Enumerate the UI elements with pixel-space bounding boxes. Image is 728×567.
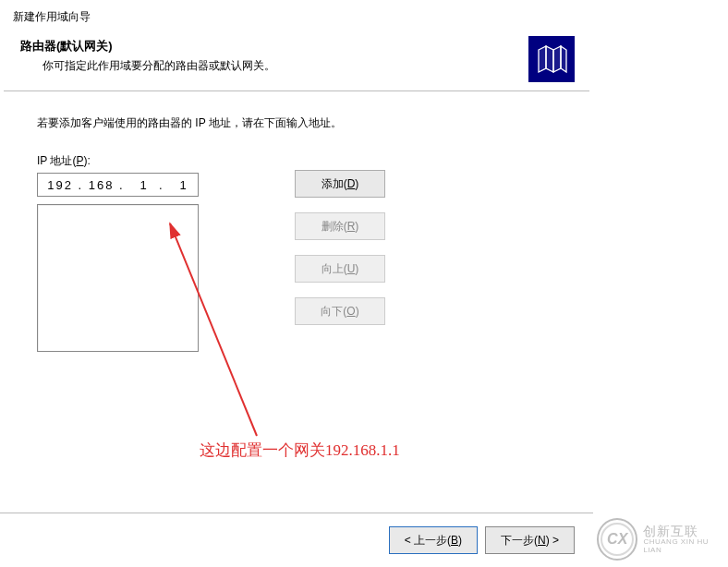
header-subtitle: 你可指定此作用域要分配的路由器或默认网关。 — [20, 54, 510, 74]
content-area: 若要添加客户端使用的路由器的 IP 地址，请在下面输入地址。 IP 地址(P):… — [0, 91, 593, 352]
ip-listbox[interactable] — [37, 204, 199, 352]
down-button: 向下(O) — [295, 297, 385, 325]
wizard-footer: < 上一步(B) 下一步(N) > — [0, 513, 593, 554]
annotation-text: 这边配置一个网关192.168.1.1 — [200, 440, 400, 461]
watermark-cn: 创新互联 — [643, 525, 726, 538]
watermark: CX 创新互联 CHUANG XIN HU LIAN — [597, 513, 726, 565]
next-button[interactable]: 下一步(N) > — [485, 526, 575, 554]
watermark-logo-icon: CX — [597, 518, 637, 561]
wizard-dialog: 新建作用域向导 路由器(默认网关) 你可指定此作用域要分配的路由器或默认网关。 … — [0, 0, 593, 567]
books-icon — [528, 36, 575, 82]
add-button[interactable]: 添加(D) — [295, 170, 385, 198]
ip-address-label: IP 地址(P): — [37, 153, 199, 169]
ip-address-input[interactable] — [37, 173, 199, 197]
wizard-header: 路由器(默认网关) 你可指定此作用域要分配的路由器或默认网关。 — [0, 25, 593, 90]
instruction-text: 若要添加客户端使用的路由器的 IP 地址，请在下面输入地址。 — [37, 115, 556, 131]
watermark-en: CHUANG XIN HU LIAN — [643, 538, 726, 555]
back-button[interactable]: < 上一步(B) — [389, 526, 478, 554]
up-button: 向上(U) — [295, 255, 385, 283]
window-title: 新建作用域向导 — [0, 0, 593, 25]
remove-button: 删除(R) — [295, 212, 385, 240]
header-title: 路由器(默认网关) — [20, 38, 510, 54]
